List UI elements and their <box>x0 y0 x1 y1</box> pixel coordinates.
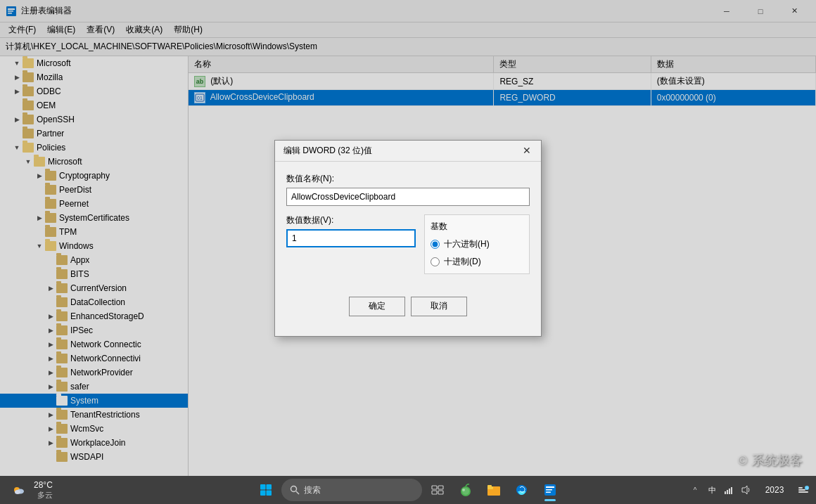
radio-hex-text: 十六进制(H) <box>444 238 490 250</box>
dialog-data-input[interactable] <box>286 229 416 247</box>
weather-desc: 多云 <box>37 490 53 500</box>
dialog-value-section: 数值数据(V): <box>286 214 416 274</box>
taskbar-taskview-button[interactable] <box>425 477 450 503</box>
dialog-base-section: 基数 十六进制(H) 十进制(D) <box>424 214 530 274</box>
explorer-icon <box>487 483 501 497</box>
svg-rect-29 <box>725 491 726 494</box>
taskbar-center: 搜索 <box>253 477 563 503</box>
taskbar-fruit-app[interactable] <box>453 477 478 503</box>
svg-rect-27 <box>546 489 552 491</box>
dialog-cancel-button[interactable]: 取消 <box>411 297 467 316</box>
sound-icon <box>740 484 751 496</box>
taskbar-explorer[interactable] <box>481 477 506 503</box>
svg-rect-24 <box>487 485 492 487</box>
svg-rect-17 <box>432 491 437 494</box>
taskview-icon <box>431 484 444 496</box>
svg-rect-36 <box>798 487 803 489</box>
svg-rect-35 <box>798 489 805 491</box>
weather-info: 28°C 多云 <box>34 480 53 500</box>
notification-icon: 1 <box>798 484 809 496</box>
dialog-title-bar: 编辑 DWORD (32 位)值 ✕ <box>275 141 541 162</box>
regedit-taskbar-icon <box>543 483 557 497</box>
svg-point-13 <box>291 486 297 492</box>
clock-time: 2023 <box>765 485 784 495</box>
taskbar-windows-button[interactable] <box>253 477 279 503</box>
svg-rect-31 <box>729 489 730 494</box>
weather-icon <box>11 484 25 496</box>
svg-rect-28 <box>546 492 551 493</box>
dialog-ok-button[interactable]: 确定 <box>349 297 405 316</box>
svg-rect-26 <box>546 486 554 488</box>
dialog-overlay: 编辑 DWORD (32 位)值 ✕ 数值名称(N): 数值数据(V): 基数 … <box>0 0 816 476</box>
dialog-data-label: 数值数据(V): <box>286 214 416 226</box>
svg-line-14 <box>296 491 299 494</box>
svg-rect-11 <box>260 491 266 496</box>
svg-rect-30 <box>727 490 728 494</box>
tray-input[interactable]: 中 <box>705 483 719 497</box>
taskbar-clock[interactable]: 2023 <box>757 484 792 496</box>
radio-group-base: 十六进制(H) 十进制(D) <box>431 238 523 268</box>
dialog-base-title: 基数 <box>431 221 523 233</box>
taskbar-left: 28°C 多云 <box>6 477 53 503</box>
search-icon <box>290 485 300 495</box>
svg-rect-12 <box>267 491 272 496</box>
edge-icon <box>515 483 529 497</box>
dialog-buttons: 确定 取消 <box>275 297 541 328</box>
tray-show-icons[interactable]: ^ <box>688 483 702 497</box>
dialog-name-input[interactable] <box>286 188 530 206</box>
notification-button[interactable]: 1 <box>796 483 810 497</box>
svg-rect-15 <box>432 486 437 489</box>
taskbar-right: ^ 中 2023 <box>688 483 810 497</box>
dialog-name-label: 数值名称(N): <box>286 173 530 185</box>
radio-dec-input[interactable] <box>431 257 440 266</box>
system-tray: ^ 中 <box>688 483 753 497</box>
svg-rect-32 <box>731 487 732 494</box>
svg-marker-33 <box>742 486 747 494</box>
tray-sound[interactable] <box>739 483 753 497</box>
svg-rect-34 <box>798 491 808 493</box>
network-icon <box>723 484 734 496</box>
taskbar: 28°C 多云 搜索 <box>0 476 816 504</box>
dialog-body: 数值名称(N): 数值数据(V): 基数 十六进制(H) <box>275 162 541 297</box>
svg-rect-18 <box>438 491 443 494</box>
svg-rect-9 <box>260 484 266 490</box>
radio-hex-label[interactable]: 十六进制(H) <box>431 238 523 250</box>
radio-dec-label[interactable]: 十进制(D) <box>431 256 523 268</box>
weather-temp: 28°C <box>34 480 53 490</box>
svg-point-8 <box>15 490 20 494</box>
dialog-title: 编辑 DWORD (32 位)值 <box>283 145 372 157</box>
taskbar-search-text: 搜索 <box>304 484 321 496</box>
radio-hex-input[interactable] <box>431 240 440 249</box>
taskbar-regedit[interactable] <box>537 477 563 503</box>
taskbar-edge[interactable] <box>509 477 535 503</box>
fruit-icon <box>458 482 473 498</box>
windows-icon <box>260 484 272 496</box>
tray-network[interactable] <box>722 483 736 497</box>
edit-dword-dialog[interactable]: 编辑 DWORD (32 位)值 ✕ 数值名称(N): 数值数据(V): 基数 … <box>274 140 542 337</box>
taskbar-search-box[interactable]: 搜索 <box>281 479 422 501</box>
svg-rect-10 <box>267 484 272 490</box>
radio-dec-text: 十进制(D) <box>444 256 481 268</box>
dialog-value-row: 数值数据(V): 基数 十六进制(H) 十进制(D) <box>286 214 530 274</box>
dialog-close-button[interactable]: ✕ <box>518 142 535 159</box>
svg-rect-16 <box>438 486 443 489</box>
taskbar-weather[interactable] <box>6 477 31 503</box>
svg-point-21 <box>462 489 465 491</box>
